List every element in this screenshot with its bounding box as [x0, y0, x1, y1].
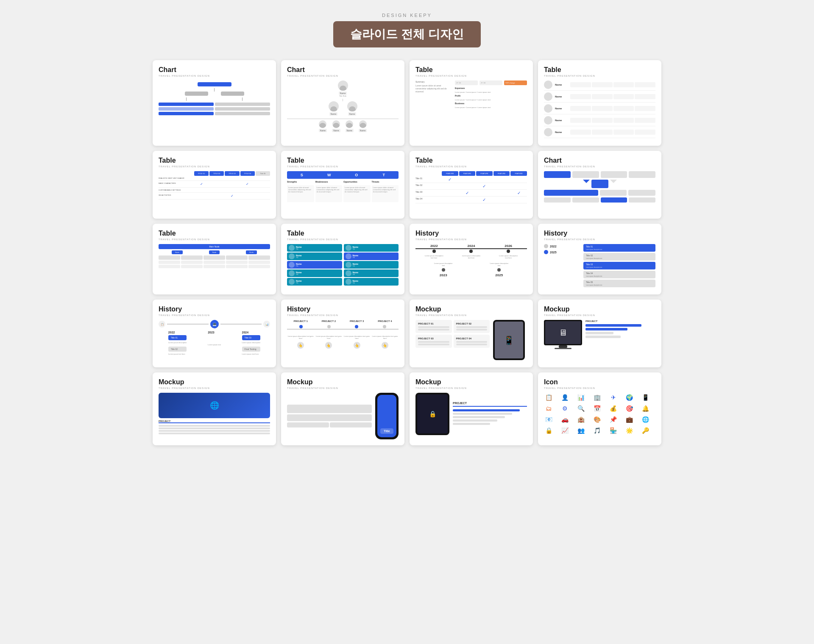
slide-title: Mockup: [159, 378, 270, 386]
slide-subtitle: TRAVEL PRESENTATION DESIGN: [415, 238, 527, 241]
slide-subtitle: TRAVEL PRESENTATION DESIGN: [287, 314, 399, 316]
slide-subtitle: TRAVEL PRESENTATION DESIGN: [287, 238, 399, 241]
slide-subtitle: TRAVEL PRESENTATION DESIGN: [415, 165, 527, 168]
slide-title: Table: [415, 66, 527, 74]
slide-card-slide-9[interactable]: Table TRAVEL PRESENTATION DESIGN Main No…: [153, 224, 276, 294]
slide-card-slide-1[interactable]: Chart TRAVEL PRESENTATION DESIGN: [153, 60, 276, 146]
slide-title: Table: [287, 157, 399, 164]
slide-card-slide-15[interactable]: Mockup TRAVEL PRESENTATION DESIGN PROJEC…: [410, 300, 533, 367]
slide-card-slide-6[interactable]: Table TRAVEL PRESENTATION DESIGN SWOT St…: [281, 151, 404, 219]
slide-title: Mockup: [415, 378, 527, 386]
table-person-list-content: Name Name: [544, 80, 655, 138]
slide-card-slide-7[interactable]: Table TRAVEL PRESENTATION DESIGN FEATURE…: [410, 151, 533, 219]
slide-title: Table: [287, 230, 399, 237]
slide-subtitle: TRAVEL PRESENTATION DESIGN: [544, 165, 655, 168]
slide-subtitle: TRAVEL PRESENTATION DESIGN: [544, 238, 655, 241]
slide-card-slide-5[interactable]: Table TRAVEL PRESENTATION DESIGN TITLE 0…: [153, 151, 276, 219]
mockup-phone-content: Title: [287, 393, 399, 439]
slide-subtitle: TRAVEL PRESENTATION DESIGN: [415, 387, 527, 389]
slide-title: Chart: [287, 66, 399, 74]
history-timeline-content: 2022 Lorem ipsum description text here 2…: [415, 244, 527, 277]
slide-card-slide-16[interactable]: Mockup TRAVEL PRESENTATION DESIGN 🖥 PROJ…: [538, 300, 661, 367]
icon-grid-content: 📋 👤 📊 🏢 ✈ 🌍 📱 🗂 ⚙ 🔍 📅 💰 🎯 🔔 📧 🚗 🏨 🎨 📌: [544, 393, 655, 435]
chart-org-content: [159, 80, 270, 115]
slide-card-slide-12[interactable]: History TRAVEL PRESENTATION DESIGN 2022 …: [538, 224, 661, 294]
slide-card-slide-14[interactable]: History TRAVEL PRESENTATION DESIGN PROJE…: [281, 300, 404, 367]
slide-title: Mockup: [287, 378, 399, 386]
history-zigzag-content: 📋 💻 📊 2022 Title 01 Lorem ipsum descript…: [159, 320, 270, 355]
slide-card-slide-4[interactable]: Table TRAVEL PRESENTATION DESIGN Name Na…: [538, 60, 661, 146]
slide-title: History: [159, 305, 270, 313]
slide-title: Chart: [544, 157, 655, 164]
mockup-monitor-content: 🖥 PROJECT: [544, 320, 655, 349]
table-compare-content: TITLE 01 TITLE 02 TITLE 03 TITLE 04 Titl…: [159, 171, 270, 200]
slide-title: Chart: [159, 66, 270, 74]
slide-title: Table: [159, 230, 270, 237]
swot-content: SWOT Strengths Weaknesses Opportunities …: [287, 171, 399, 202]
table-person2-content: Name Title Name Title: [287, 244, 399, 286]
slide-subtitle: TRAVEL PRESENTATION DESIGN: [544, 314, 655, 316]
slide-subtitle: TRAVEL PRESENTATION DESIGN: [415, 75, 527, 77]
slide-subtitle: TRAVEL PRESENTATION DESIGN: [415, 314, 527, 316]
slide-title: History: [287, 305, 399, 313]
slide-title: Table: [415, 157, 527, 164]
slide-card-slide-11[interactable]: History TRAVEL PRESENTATION DESIGN 2022 …: [410, 224, 533, 294]
slide-subtitle: TRAVEL PRESENTATION DESIGN: [159, 75, 270, 77]
slide-subtitle: TRAVEL PRESENTATION DESIGN: [287, 75, 399, 77]
slide-card-slide-10[interactable]: Table TRAVEL PRESENTATION DESIGN Name Ti…: [281, 224, 404, 294]
slide-title: Icon: [544, 378, 655, 386]
slide-subtitle: TRAVEL PRESENTATION DESIGN: [544, 75, 655, 77]
slide-card-slide-3[interactable]: Table TRAVEL PRESENTATION DESIGN Summary…: [410, 60, 533, 146]
brand-label: DESIGN KEEPY: [382, 13, 432, 18]
mockup-chart-table-content: 🌐 PROJECT: [159, 393, 270, 435]
slide-subtitle: TRAVEL PRESENTATION DESIGN: [287, 387, 399, 389]
mockup-projects-content: PROJECT 01 PROJECT 02 PROJECT 03: [415, 320, 527, 360]
slide-subtitle: TRAVEL PRESENTATION DESIGN: [544, 387, 655, 389]
table-main-content: Summary Lorem ipsum dolor sit amet conse…: [415, 80, 527, 108]
chart-flow-content: [544, 171, 655, 203]
slide-subtitle: TRAVEL PRESENTATION DESIGN: [159, 238, 270, 241]
table-tree-content: Main Node Node Node Node: [159, 244, 270, 268]
slide-subtitle: TRAVEL PRESENTATION DESIGN: [287, 165, 399, 168]
slide-card-slide-19[interactable]: Mockup TRAVEL PRESENTATION DESIGN 🔒 PROJ…: [410, 372, 533, 445]
slide-title: History: [544, 230, 655, 237]
slide-card-slide-13[interactable]: History TRAVEL PRESENTATION DESIGN 📋 💻 📊…: [153, 300, 276, 367]
slide-card-slide-17[interactable]: Mockup TRAVEL PRESENTATION DESIGN 🌐 PROJ…: [153, 372, 276, 445]
main-title: 슬라이드 전체 디자인: [333, 21, 481, 47]
slide-subtitle: TRAVEL PRESENTATION DESIGN: [159, 387, 270, 389]
history-vert-content: 2022 2025 Title 01Lorem ipsum descriptio…: [544, 244, 655, 289]
chart-person-content: Name Title Role Name Name: [287, 80, 399, 132]
slide-card-slide-18[interactable]: Mockup TRAVEL PRESENTATION DESIGN Title: [281, 372, 404, 445]
history-horiz-content: PROJECT 1PROJECT 2PROJECT 3PROJECT 4 Lor…: [287, 320, 399, 349]
mockup-tablet-content: 🔒 PROJECT: [415, 393, 527, 435]
slide-card-slide-2[interactable]: Chart TRAVEL PRESENTATION DESIGN Name Ti…: [281, 60, 404, 146]
slide-card-slide-20[interactable]: Icon TRAVEL PRESENTATION DESIGN 📋 👤 📊 🏢 …: [538, 372, 661, 445]
slide-title: Mockup: [544, 305, 655, 313]
slide-title: History: [415, 230, 527, 237]
slide-grid: Chart TRAVEL PRESENTATION DESIGN: [153, 60, 661, 445]
slide-subtitle: TRAVEL PRESENTATION DESIGN: [159, 165, 270, 168]
slide-subtitle: TRAVEL PRESENTATION DESIGN: [159, 314, 270, 316]
feature-table-content: FEATURE FEATURE FEATURE FEATURE FEATURE …: [415, 171, 527, 203]
slide-title: Mockup: [415, 305, 527, 313]
slide-title: Table: [544, 66, 655, 74]
slide-card-slide-8[interactable]: Chart TRAVEL PRESENTATION DESIGN: [538, 151, 661, 219]
slide-title: Table: [159, 157, 270, 164]
